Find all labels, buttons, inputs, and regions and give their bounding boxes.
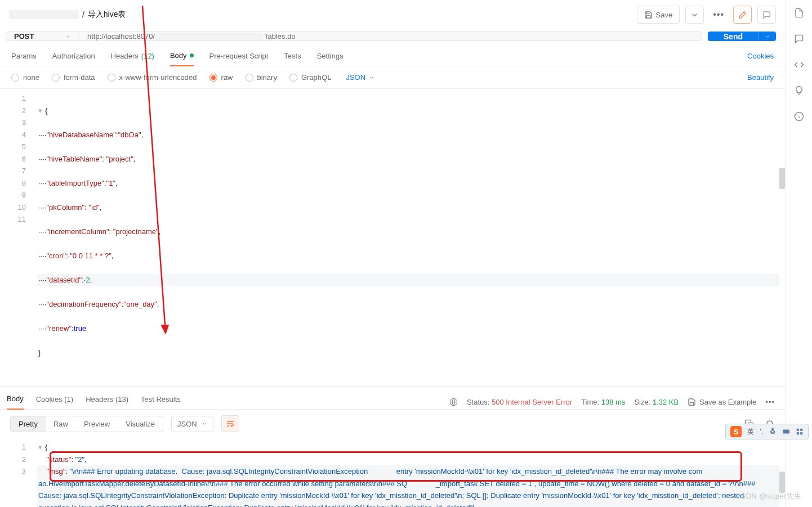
save-button[interactable]: Save xyxy=(637,6,680,24)
status-meta: Status: 500 Internal Server Error xyxy=(467,398,572,406)
grid-icon[interactable] xyxy=(796,428,804,436)
view-mode-segment: Pretty Raw Preview Visualize xyxy=(10,416,163,432)
send-dropdown-button[interactable] xyxy=(759,32,776,41)
body-type-x-www[interactable]: x-www-form-urlencoded xyxy=(108,73,197,82)
tab-tests[interactable]: Tests xyxy=(284,52,301,66)
docs-icon[interactable] xyxy=(794,8,804,18)
body-type-raw[interactable]: raw xyxy=(209,73,233,82)
breadcrumb: / 导入hive表 xyxy=(9,10,631,20)
keyboard-icon[interactable] xyxy=(782,428,790,436)
resp-tab-body[interactable]: Body xyxy=(7,394,24,410)
save-icon xyxy=(644,11,653,19)
cookies-link[interactable]: Cookies xyxy=(747,52,774,66)
tab-authorization[interactable]: Authorization xyxy=(52,52,95,66)
wrap-icon xyxy=(226,419,235,428)
edit-button[interactable] xyxy=(733,6,752,24)
tab-settings[interactable]: Settings xyxy=(317,52,343,66)
radio-icon xyxy=(108,74,115,82)
view-mode-preview[interactable]: Preview xyxy=(76,416,118,432)
view-mode-pretty[interactable]: Pretty xyxy=(11,416,46,432)
save-as-example-button[interactable]: Save as Example xyxy=(688,398,756,406)
url-redacted xyxy=(156,33,263,41)
breadcrumb-sep: / xyxy=(82,10,84,19)
resp-tab-cookies[interactable]: Cookies (1) xyxy=(36,395,73,409)
svg-rect-12 xyxy=(800,432,802,434)
comment-button[interactable] xyxy=(757,6,776,24)
tab-headers[interactable]: Headers (12) xyxy=(111,52,154,66)
radio-icon xyxy=(289,74,297,82)
svg-rect-10 xyxy=(800,429,802,431)
request-title: 导入hive表 xyxy=(88,10,126,20)
response-lang-select[interactable]: JSON xyxy=(171,416,213,432)
ime-punct[interactable]: ', xyxy=(760,428,763,436)
line-wrap-button[interactable] xyxy=(221,415,239,432)
breadcrumb-collection xyxy=(9,10,79,19)
radio-checked-icon xyxy=(209,74,217,82)
comments-icon[interactable] xyxy=(794,34,804,44)
resp-tab-test-results[interactable]: Test Results xyxy=(141,395,181,409)
send-button[interactable]: Send xyxy=(708,32,759,41)
globe-icon[interactable] xyxy=(449,398,458,406)
save-icon xyxy=(688,398,696,406)
beautify-link[interactable]: Beautify xyxy=(747,73,774,82)
response-body-editor[interactable]: 123 45 ▾{ "status": "2", "msg": "\r\n###… xyxy=(0,438,785,507)
request-bar: POST http://localhost:8070/ Tables.do xyxy=(6,32,702,41)
body-type-form-data[interactable]: form-data xyxy=(52,73,95,82)
tab-body[interactable]: Body xyxy=(170,51,194,66)
chevron-down-icon xyxy=(765,34,770,39)
radio-icon xyxy=(52,74,60,82)
body-type-binary[interactable]: binary xyxy=(246,73,277,82)
ime-logo-icon: S xyxy=(730,426,742,437)
tab-params[interactable]: Params xyxy=(11,52,37,66)
svg-rect-8 xyxy=(783,430,789,434)
ime-lang[interactable]: 英 xyxy=(747,427,754,437)
time-meta: Time: 138 ms xyxy=(581,398,625,406)
chevron-down-icon xyxy=(202,421,207,427)
scrollbar[interactable] xyxy=(779,472,785,493)
radio-icon xyxy=(11,74,19,82)
svg-rect-9 xyxy=(797,429,799,431)
pencil-icon xyxy=(738,11,747,19)
mic-icon[interactable] xyxy=(769,428,777,436)
url-suffix: Tables.do xyxy=(264,32,296,41)
line-gutter: 1234567891011 xyxy=(0,89,32,386)
save-label: Save xyxy=(656,11,673,19)
comment-icon xyxy=(762,11,771,19)
save-dropdown-button[interactable] xyxy=(685,6,704,24)
chevron-down-icon xyxy=(369,75,374,80)
svg-rect-11 xyxy=(797,432,799,434)
url-prefix: http://localhost:8070/ xyxy=(87,32,155,41)
body-type-none[interactable]: none xyxy=(11,73,39,82)
chevron-down-icon xyxy=(690,11,699,19)
method-label: POST xyxy=(14,32,34,41)
bulb-icon[interactable] xyxy=(794,86,804,96)
info-icon[interactable] xyxy=(794,111,804,122)
url-input[interactable]: http://localhost:8070/ Tables.do xyxy=(79,32,702,41)
body-type-graphql[interactable]: GraphQL xyxy=(289,73,331,82)
dot-indicator-icon xyxy=(190,53,194,57)
more-actions-button[interactable]: ••• xyxy=(710,10,728,20)
resp-more-button[interactable]: ••• xyxy=(765,398,775,406)
scrollbar[interactable] xyxy=(779,168,785,189)
line-gutter: 123 45 xyxy=(0,438,32,507)
tab-prerequest[interactable]: Pre-request Script xyxy=(209,52,269,66)
resp-tab-headers[interactable]: Headers (13) xyxy=(86,395,128,409)
body-lang-select[interactable]: JSON xyxy=(346,73,374,82)
request-body-editor[interactable]: 1234567891011 ▾{ ····"hiveDatabaseName":… xyxy=(0,89,785,387)
chevron-down-icon xyxy=(65,34,71,39)
view-mode-raw[interactable]: Raw xyxy=(46,416,76,432)
method-select[interactable]: POST xyxy=(6,32,79,41)
radio-icon xyxy=(246,74,253,82)
code-icon[interactable] xyxy=(794,60,804,70)
size-meta: Size: 1.32 KB xyxy=(634,398,679,406)
view-mode-visualize[interactable]: Visualize xyxy=(118,416,163,432)
ime-toolbar[interactable]: S 英 ', xyxy=(725,424,809,439)
watermark: CSDN @super先生 xyxy=(735,491,802,501)
